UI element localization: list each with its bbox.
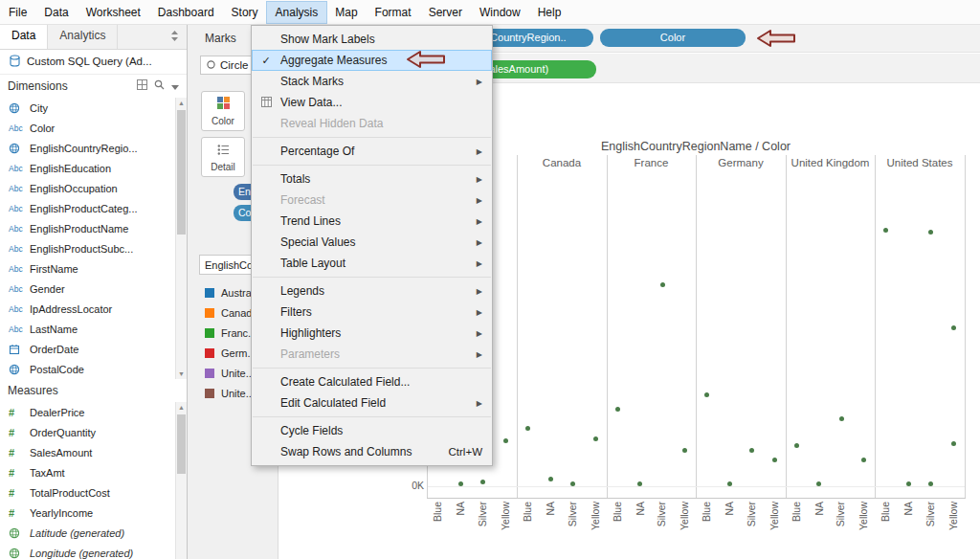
menu-item-show-mark-labels[interactable]: Show Mark Labels: [252, 29, 492, 50]
connection-row[interactable]: Custom SQL Query (Ad...: [0, 49, 187, 75]
x-axis-label-blue[interactable]: Blue: [701, 502, 712, 522]
menu-item-edit-calculated-field[interactable]: Edit Calculated Field▶: [252, 392, 492, 414]
scatter-dot[interactable]: [861, 458, 866, 462]
scatter-dot[interactable]: [615, 407, 620, 412]
menu-file[interactable]: File: [0, 2, 35, 23]
menu-item-percentage-of[interactable]: Percentage Of▶: [252, 141, 492, 162]
column-header-united-states[interactable]: United States: [875, 157, 965, 174]
x-axis-label-blue[interactable]: Blue: [612, 502, 623, 522]
x-axis-label-na[interactable]: NA: [634, 502, 645, 516]
menu-item-stack-marks[interactable]: Stack Marks▶: [252, 71, 492, 92]
x-axis-label-na[interactable]: NA: [455, 502, 466, 516]
scatter-dot[interactable]: [548, 477, 553, 481]
scatter-dot[interactable]: [503, 438, 508, 443]
field-row-lastname[interactable]: AbcLastName: [0, 319, 176, 339]
menu-data[interactable]: Data: [35, 2, 77, 23]
scatter-dot[interactable]: [660, 282, 665, 287]
scatter-dot[interactable]: [772, 458, 777, 462]
measures-scrollbar[interactable]: ▲: [175, 402, 187, 559]
field-row-englishproductcateg[interactable]: AbcEnglishProductCateg...: [0, 198, 176, 218]
scatter-dot[interactable]: [816, 481, 821, 486]
menu-item-legends[interactable]: Legends▶: [252, 280, 492, 302]
scatter-dot[interactable]: [480, 480, 485, 484]
menu-item-create-calculated-field[interactable]: Create Calculated Field...: [252, 371, 492, 392]
scatter-dot[interactable]: [906, 481, 911, 486]
menu-analysis[interactable]: Analysis: [267, 2, 327, 23]
field-row-englishproductsubc[interactable]: AbcEnglishProductSubc...: [0, 238, 176, 258]
x-axis-label-yellow[interactable]: Yellow: [590, 502, 601, 530]
menu-server[interactable]: Server: [420, 2, 471, 23]
field-row-postalcode[interactable]: PostalCode: [0, 359, 176, 379]
menu-item-swap-rows-and-columns[interactable]: Swap Rows and ColumnsCtrl+W: [252, 441, 492, 462]
menu-story[interactable]: Story: [223, 2, 267, 23]
dimensions-scrollbar[interactable]: ▲ ▼: [175, 98, 187, 379]
scroll-down-icon[interactable]: ▼: [176, 369, 187, 379]
field-row-color[interactable]: AbcColor: [0, 118, 176, 138]
menu-map[interactable]: Map: [326, 2, 366, 23]
menu-worksheet[interactable]: Worksheet: [78, 2, 149, 23]
field-row-longitude-generated[interactable]: Longitude (generated): [0, 543, 176, 559]
x-axis-label-yellow[interactable]: Yellow: [947, 502, 959, 530]
scatter-dot[interactable]: [458, 481, 463, 486]
menu-item-totals[interactable]: Totals▶: [252, 168, 492, 190]
x-axis-label-yellow[interactable]: Yellow: [500, 502, 511, 530]
field-row-englishoccupation[interactable]: AbcEnglishOccupation: [0, 178, 176, 198]
x-axis-label-yellow[interactable]: Yellow: [679, 502, 690, 530]
field-row-salesamount[interactable]: #SalesAmount: [0, 442, 176, 462]
x-axis-label-na[interactable]: NA: [545, 502, 556, 516]
field-row-englishproductname[interactable]: AbcEnglishProductName: [0, 218, 176, 238]
menu-help[interactable]: Help: [529, 2, 570, 23]
scatter-dot[interactable]: [951, 325, 956, 330]
caret-down-icon[interactable]: [171, 79, 179, 93]
color-button[interactable]: Color: [201, 91, 245, 131]
scatter-dot[interactable]: [682, 448, 687, 453]
x-axis-label-silver[interactable]: Silver: [924, 502, 936, 526]
x-axis-label-na[interactable]: NA: [902, 502, 914, 516]
field-row-dealerprice[interactable]: #DealerPrice: [0, 402, 176, 422]
field-row-firstname[interactable]: AbcFirstName: [0, 258, 176, 279]
column-header-france[interactable]: France: [607, 157, 696, 174]
pane-resize-icon[interactable]: [170, 24, 187, 49]
field-row-totalproductcost[interactable]: #TotalProductCost: [0, 482, 176, 503]
scroll-thumb[interactable]: [177, 414, 186, 474]
scatter-dot[interactable]: [637, 481, 642, 486]
view-grid-icon[interactable]: [137, 79, 147, 93]
x-axis-label-silver[interactable]: Silver: [567, 502, 578, 526]
x-axis-label-blue[interactable]: Blue: [522, 502, 533, 522]
menu-window[interactable]: Window: [471, 2, 529, 23]
menu-item-view-data[interactable]: View Data...: [252, 92, 492, 113]
scatter-dot[interactable]: [570, 481, 575, 486]
search-icon[interactable]: [154, 79, 165, 93]
field-row-englishcountryregio[interactable]: EnglishCountryRegio...: [0, 138, 176, 158]
field-row-city[interactable]: City: [0, 98, 176, 118]
x-axis-label-blue[interactable]: Blue: [432, 502, 443, 522]
menu-item-special-values[interactable]: Special Values▶: [252, 232, 492, 253]
shelf-pill-color[interactable]: Color: [600, 29, 746, 47]
field-row-latitude-generated[interactable]: Latitude (generated): [0, 523, 176, 543]
detail-button[interactable]: Detail: [201, 137, 245, 177]
menu-item-filters[interactable]: Filters▶: [252, 302, 492, 323]
tab-analytics[interactable]: Analytics: [48, 24, 118, 49]
x-axis-label-blue[interactable]: Blue: [791, 502, 802, 522]
menu-item-trend-lines[interactable]: Trend Lines▶: [252, 211, 492, 232]
column-header-germany[interactable]: Germany: [696, 157, 786, 174]
scatter-dot[interactable]: [525, 426, 530, 431]
field-row-gender[interactable]: AbcGender: [0, 279, 176, 299]
scatter-dot[interactable]: [704, 392, 709, 397]
field-row-ipaddresslocator[interactable]: AbcIpAddressLocator: [0, 299, 176, 319]
menu-item-table-layout[interactable]: Table Layout▶: [252, 253, 492, 274]
x-axis-label-silver[interactable]: Silver: [835, 502, 847, 526]
menu-item-aggregate-measures[interactable]: ✓Aggregate Measures: [252, 50, 492, 71]
scroll-up-icon[interactable]: ▲: [176, 98, 187, 108]
menu-item-highlighters[interactable]: Highlighters▶: [252, 323, 492, 344]
x-axis-label-silver[interactable]: Silver: [657, 502, 668, 526]
menu-format[interactable]: Format: [367, 2, 420, 23]
tab-data[interactable]: Data: [0, 24, 48, 49]
column-header-united-kingdom[interactable]: United Kingdom: [786, 157, 875, 174]
scatter-dot[interactable]: [727, 481, 732, 486]
field-row-orderdate[interactable]: OrderDate: [0, 339, 176, 359]
scatter-dot[interactable]: [883, 228, 888, 233]
scroll-up-icon[interactable]: ▲: [176, 402, 187, 413]
scatter-dot[interactable]: [794, 443, 799, 448]
scatter-dot[interactable]: [749, 448, 754, 453]
